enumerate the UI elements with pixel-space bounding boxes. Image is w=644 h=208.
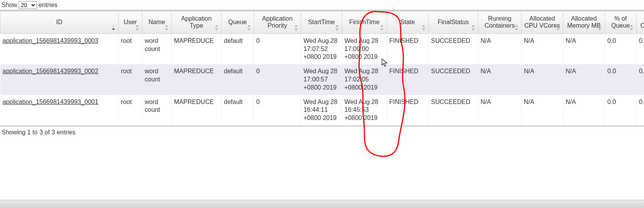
column-header[interactable]: ID [0,11,119,34]
cell-final: SUCCEEDED [429,95,478,125]
cell-user: root [119,64,142,95]
cell-finish: Wed Aug 28 16:45:53 +0800 2019 [342,95,387,125]
table-length-control: Show 102050100 entries [0,0,644,11]
window-bottom-border [0,200,644,208]
sort-icon [515,25,519,30]
sort-icon [136,25,140,30]
applications-table: IDUserNameApplication TypeQueueApplicati… [0,11,644,125]
cell-pcluster: 0.0 [637,64,644,95]
cell-queue: default [222,64,254,95]
cell-name: word count [142,95,172,125]
cell-vcores: N/A [522,64,563,95]
column-header[interactable]: % of Cluster [637,11,644,34]
cell-name: word count [142,33,172,64]
column-header[interactable]: FinalStatus [429,11,478,34]
entries-select[interactable]: 102050100 [19,1,37,9]
length-suffix: entries [39,2,57,9]
column-header-label: Allocated Memory MB [566,15,602,30]
column-header-label: Application Priority [256,15,298,30]
cell-start: Wed Aug 28 16:44:11 +0800 2019 [301,95,342,125]
cell-priority: 0 [254,64,301,95]
table-row: application_1566981439993_0002rootword c… [0,64,644,95]
cell-state: FINISHED [387,95,429,125]
column-header[interactable]: Application Priority [254,11,301,34]
sort-icon [165,25,169,30]
cell-final: SUCCEEDED [429,64,478,95]
cell-priority: 0 [254,33,301,64]
cell-start: Wed Aug 28 17:00:57 +0800 2019 [301,64,342,95]
column-header-label: StartTime [303,19,339,26]
cell-state: FINISHED [387,64,429,95]
cell-user: root [119,33,142,64]
sort-icon [380,25,384,30]
cell-mem: N/A [563,64,605,95]
column-header[interactable]: Running Containers [478,11,522,34]
cell-queue: default [222,95,254,125]
sort-icon [335,25,339,30]
cell-pqueue: 0.0 [605,95,637,125]
sort-icon [630,25,634,30]
application-id-link[interactable]: application_1566981439993_0001 [3,99,99,105]
column-header-label: % of Cluster [639,15,644,30]
cell-user: root [119,95,142,125]
column-header[interactable]: State [387,11,429,34]
column-header[interactable]: StartTime [301,11,342,34]
sort-icon [295,25,298,30]
cell-type: MAPREDUCE [172,95,222,125]
cell-state: FINISHED [387,33,429,64]
sort-icon [215,25,219,30]
application-id-link[interactable]: application_1566981439993_0003 [3,37,99,44]
cell-name: word count [142,64,172,95]
column-header-label: Running Containers [481,15,519,30]
column-header-label: FinishTime [344,19,384,26]
sort-icon [598,25,602,30]
sort-icon [112,25,116,30]
length-prefix: Show [2,2,17,9]
cell-mem: N/A [563,95,605,125]
sort-icon [557,25,561,30]
cell-pqueue: 0.0 [605,64,637,95]
sort-icon [422,25,426,30]
column-header[interactable]: Name [142,11,172,34]
cell-pcluster: 0.0 [637,33,644,64]
application-id-link[interactable]: application_1566981439993_0002 [3,68,99,74]
cell-type: MAPREDUCE [172,33,222,64]
cell-running: N/A [478,64,522,95]
cell-finish: Wed Aug 28 17:09:00 +0800 2019 [342,33,387,64]
column-header-label: ID [3,19,116,26]
column-header[interactable]: Allocated CPU VCores [522,11,563,34]
sort-icon [247,25,251,30]
cell-vcores: N/A [522,33,563,64]
column-header-label: FinalStatus [431,19,475,26]
cell-running: N/A [478,95,522,125]
column-header[interactable]: Allocated Memory MB [563,11,605,34]
cell-pqueue: 0.0 [605,33,637,64]
column-header[interactable]: Application Type [172,11,222,34]
table-info: Showing 1 to 3 of 3 entries [0,125,644,138]
table-row: application_1566981439993_0003rootword c… [0,33,644,64]
cell-pcluster: 0.0 [637,95,644,125]
column-header-label: State [389,19,426,26]
column-header-label: Allocated CPU VCores [524,15,561,30]
column-header-label: Application Type [174,15,219,30]
cell-running: N/A [478,33,522,64]
cell-final: SUCCEEDED [429,33,478,64]
sort-icon [472,25,475,30]
column-header[interactable]: FinishTime [342,11,387,34]
cell-queue: default [222,33,254,64]
column-header[interactable]: % of Queue [605,11,637,34]
cell-start: Wed Aug 28 17:07:52 +0800 2019 [301,33,342,64]
cell-type: MAPREDUCE [172,64,222,95]
column-header[interactable]: Queue [222,11,254,34]
cell-vcores: N/A [522,95,563,125]
table-row: application_1566981439993_0001rootword c… [0,95,644,125]
column-header[interactable]: User [119,11,142,34]
cell-mem: N/A [563,33,605,64]
cell-priority: 0 [254,95,301,125]
cell-finish: Wed Aug 28 17:02:05 +0800 2019 [342,64,387,95]
